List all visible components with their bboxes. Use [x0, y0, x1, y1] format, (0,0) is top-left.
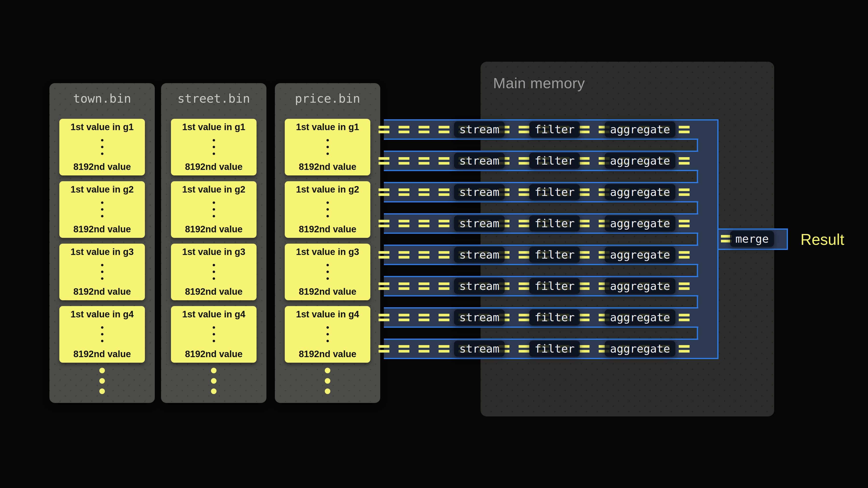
stream-box: stream	[454, 184, 505, 200]
ellipsis-dot	[325, 388, 330, 394]
stream-box: stream	[454, 122, 505, 137]
processing-lane: streamfilteraggregate	[384, 182, 698, 202]
ellipsis-dot	[101, 264, 103, 266]
aggregate-box: aggregate	[605, 184, 675, 200]
granule-block: 1st value in g18192nd value	[285, 119, 370, 175]
granule-last-value: 8192nd value	[185, 349, 243, 359]
file-name: town.bin	[50, 83, 155, 105]
ellipsis-dot	[327, 146, 329, 148]
ellipsis-dot	[101, 333, 103, 335]
granule-block: 1st value in g38192nd value	[171, 243, 256, 300]
more-granules-ellipsis	[161, 368, 267, 394]
granule-first-value: 1st value in g3	[182, 247, 245, 257]
file-name: price.bin	[275, 83, 380, 105]
aggregate-box: aggregate	[605, 153, 675, 169]
ellipsis-dot	[211, 378, 217, 384]
granule-block: 1st value in g48192nd value	[59, 306, 145, 363]
vertical-ellipsis	[101, 139, 103, 155]
ellipsis-dot	[99, 388, 105, 394]
granule-first-value: 1st value in g4	[182, 309, 245, 319]
granule-block: 1st value in g48192nd value	[285, 306, 370, 363]
file-name: street.bin	[161, 83, 267, 105]
ellipsis-dot	[213, 333, 215, 335]
file-box: town.bin1st value in g18192nd value1st v…	[50, 83, 155, 403]
vertical-ellipsis	[213, 326, 215, 342]
ellipsis-dot	[101, 326, 103, 329]
ellipsis-dot	[213, 340, 215, 342]
filter-box: filter	[529, 216, 580, 231]
ellipsis-dot	[101, 146, 103, 148]
ellipsis-dot	[327, 208, 329, 210]
granule-last-value: 8192nd value	[73, 287, 131, 297]
granule-last-value: 8192nd value	[299, 162, 356, 172]
granule-last-value: 8192nd value	[73, 349, 131, 359]
vertical-ellipsis	[327, 264, 329, 280]
more-granules-ellipsis	[50, 368, 155, 394]
result-label: Result	[801, 231, 844, 248]
processing-lane: streamfilteraggregate	[384, 119, 698, 140]
granule-block: 1st value in g28192nd value	[171, 181, 256, 238]
granule-block: 1st value in g28192nd value	[59, 181, 145, 238]
ellipsis-dot	[99, 368, 105, 373]
granule-block: 1st value in g18192nd value	[59, 119, 145, 175]
pipeline-collector-bus	[697, 119, 718, 359]
ellipsis-dot	[213, 271, 215, 273]
ellipsis-dot	[327, 139, 329, 141]
ellipsis-dot	[99, 378, 105, 384]
filter-box: filter	[529, 247, 580, 263]
granule-first-value: 1st value in g3	[71, 247, 134, 257]
processing-lane: streamfilteraggregate	[384, 276, 698, 296]
filter-box: filter	[529, 184, 580, 200]
ellipsis-dot	[325, 368, 330, 373]
aggregate-box: aggregate	[605, 122, 675, 137]
processing-lane: streamfilteraggregate	[384, 151, 698, 171]
more-granules-ellipsis	[275, 368, 380, 394]
granule-last-value: 8192nd value	[299, 287, 356, 297]
granule-last-value: 8192nd value	[185, 162, 243, 172]
granule-first-value: 1st value in g2	[71, 184, 134, 194]
ellipsis-dot	[327, 264, 329, 266]
filter-box: filter	[529, 153, 580, 169]
ellipsis-dot	[101, 208, 103, 210]
ellipsis-dot	[213, 215, 215, 217]
ellipsis-dot	[327, 215, 329, 217]
processing-lane: streamfilteraggregate	[384, 213, 698, 234]
ellipsis-dot	[327, 326, 329, 329]
granule-block: 1st value in g18192nd value	[171, 119, 256, 175]
granule-last-value: 8192nd value	[299, 224, 356, 234]
ellipsis-dot	[211, 388, 217, 394]
filter-box: filter	[529, 310, 580, 325]
ellipsis-dot	[101, 201, 103, 204]
vertical-ellipsis	[213, 264, 215, 280]
granule-first-value: 1st value in g2	[296, 184, 359, 194]
ellipsis-dot	[213, 326, 215, 329]
granule-first-value: 1st value in g4	[296, 309, 359, 319]
ellipsis-dot	[101, 278, 103, 280]
granule-block: 1st value in g48192nd value	[171, 306, 256, 363]
aggregate-box: aggregate	[605, 278, 675, 294]
granule-first-value: 1st value in g1	[71, 122, 134, 132]
ellipsis-dot	[213, 208, 215, 210]
filter-box: filter	[529, 122, 580, 137]
ellipsis-dot	[327, 271, 329, 273]
ellipsis-dot	[213, 278, 215, 280]
ellipsis-dot	[327, 340, 329, 342]
filter-box: filter	[529, 278, 580, 294]
granule-last-value: 8192nd value	[299, 349, 356, 359]
stream-box: stream	[454, 247, 505, 263]
merge-box: merge	[730, 231, 774, 247]
ellipsis-dot	[101, 153, 103, 155]
stream-box: stream	[454, 153, 505, 169]
granule-first-value: 1st value in g2	[182, 184, 245, 194]
ellipsis-dot	[213, 264, 215, 266]
ellipsis-dot	[325, 378, 330, 384]
granule-block: 1st value in g28192nd value	[285, 181, 370, 238]
stream-box: stream	[454, 341, 505, 357]
ellipsis-dot	[213, 201, 215, 204]
ellipsis-dot	[211, 368, 217, 373]
ellipsis-dot	[101, 215, 103, 217]
vertical-ellipsis	[327, 326, 329, 342]
ellipsis-dot	[213, 146, 215, 148]
ellipsis-dot	[327, 201, 329, 204]
stream-box: stream	[454, 278, 505, 294]
